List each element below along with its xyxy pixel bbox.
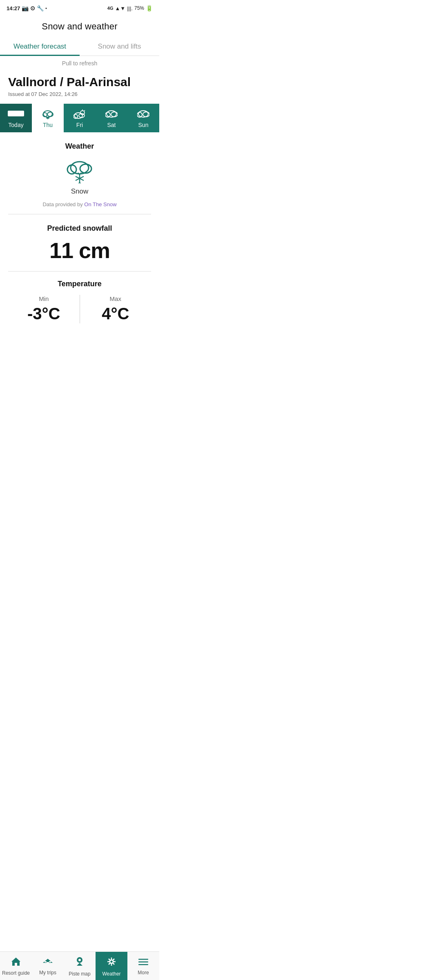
day-btn-today[interactable]: Today [0,104,32,132]
day-label-sun: Sun [138,122,149,128]
tab-weather-forecast[interactable]: Weather forecast [0,37,80,56]
day-label-sat: Sat [107,122,116,128]
weather-description: Snow [8,187,151,196]
location-name: Vallnord / Pal-Arinsal [8,75,151,89]
temp-max-value: 4°C [80,305,151,323]
day-selector: Today Thu [0,104,159,132]
day-btn-thu[interactable]: Thu [32,104,64,132]
temperature-row: Min -3°C Max 4°C [8,295,151,323]
snowfall-section: Predicted snowfall 11 cm [0,214,159,271]
page-title: Snow and weather [0,15,159,37]
day-btn-sat[interactable]: Sat [96,104,127,132]
svg-point-19 [67,165,76,174]
location-section: Vallnord / Pal-Arinsal Issued at 07 Dec … [0,71,159,100]
svg-line-26 [78,183,80,183]
svg-line-8 [84,110,85,111]
pull-to-refresh: Pull to refresh [0,56,159,71]
status-bar: 14:27 📷 ⊙ 🔧 • 4G ▲▼ |||. 75% 🔋 [0,0,159,15]
data-source: Data provided by On The Snow [8,201,151,207]
status-indicators: 4G ▲▼ |||. 75% 🔋 [107,5,153,11]
snow-weather-icon [8,159,151,183]
weather-section: Weather Snow Data provided by On The Sno… [0,132,159,214]
day-btn-fri[interactable]: Fri [64,104,96,132]
day-label-thu: Thu [43,122,53,128]
sun-icon [137,109,149,120]
fri-icon [74,109,86,120]
temp-max-label: Max [80,295,151,302]
temperature-section: Temperature Min -3°C Max 4°C [0,272,159,333]
thu-snow-icon [42,109,54,120]
day-btn-sun[interactable]: Sun [127,104,159,132]
weather-section-title: Weather [8,142,151,151]
day-label-fri: Fri [76,122,83,128]
temperature-title: Temperature [8,280,151,288]
on-the-snow-link[interactable]: On The Snow [84,201,116,207]
snowfall-value: 11 cm [8,238,151,263]
svg-line-27 [80,183,81,183]
sat-icon [105,109,118,120]
tabs-container: Weather forecast Snow and lifts [0,37,159,56]
temp-min-label: Min [8,295,80,302]
temp-min: Min -3°C [8,295,80,323]
status-time: 14:27 📷 ⊙ 🔧 • [7,5,47,11]
today-icon [8,109,24,120]
issued-date: Issued at 07 Dec 2022, 14:26 [8,91,151,97]
tab-snow-and-lifts[interactable]: Snow and lifts [80,37,159,56]
temp-min-value: -3°C [8,305,80,323]
snowfall-title: Predicted snowfall [8,224,151,233]
temp-max: Max 4°C [80,295,151,323]
day-label-today: Today [8,122,23,128]
